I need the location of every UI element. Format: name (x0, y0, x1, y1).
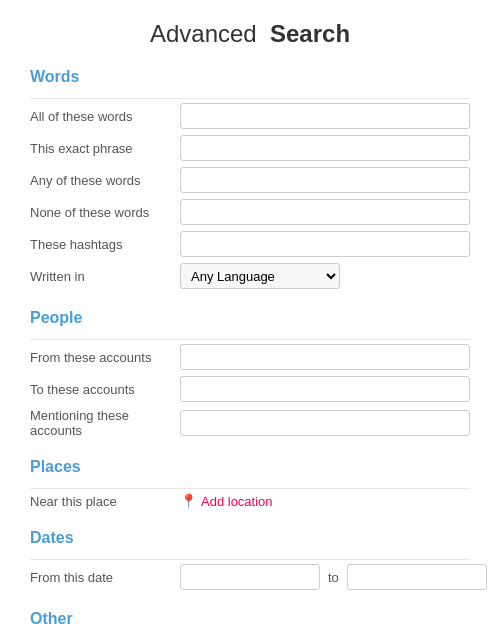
hashtags-input[interactable] (180, 231, 470, 257)
from-accounts-label: From these accounts (30, 350, 180, 365)
date-to-label: to (328, 570, 339, 585)
near-place-row: Near this place 📍 Add location (30, 493, 470, 509)
words-divider (30, 98, 470, 99)
from-date-label: From this date (30, 570, 180, 585)
all-words-input[interactable] (180, 103, 470, 129)
hashtags-row: These hashtags (30, 231, 470, 257)
places-divider (30, 488, 470, 489)
to-accounts-input[interactable] (180, 376, 470, 402)
words-section-title: Words (30, 68, 470, 88)
to-accounts-row: To these accounts (30, 376, 470, 402)
exact-phrase-label: This exact phrase (30, 141, 180, 156)
none-words-input[interactable] (180, 199, 470, 225)
exact-phrase-row: This exact phrase (30, 135, 470, 161)
from-accounts-input[interactable] (180, 344, 470, 370)
to-date-input[interactable] (347, 564, 487, 590)
dates-section-title: Dates (30, 529, 470, 549)
mentioning-accounts-label: Mentioning these accounts (30, 408, 180, 438)
all-words-label: All of these words (30, 109, 180, 124)
any-words-row: Any of these words (30, 167, 470, 193)
written-in-label: Written in (30, 269, 180, 284)
all-words-row: All of these words (30, 103, 470, 129)
none-words-label: None of these words (30, 205, 180, 220)
to-accounts-label: To these accounts (30, 382, 180, 397)
near-place-label: Near this place (30, 494, 180, 509)
page-title: Advanced Search (30, 20, 470, 48)
written-in-row: Written in Any Language English Spanish … (30, 263, 470, 289)
people-divider (30, 339, 470, 340)
location-pin-icon: 📍 (180, 493, 197, 509)
none-words-row: None of these words (30, 199, 470, 225)
places-section-title: Places (30, 458, 470, 478)
add-location-text: Add location (201, 494, 273, 509)
from-date-input[interactable] (180, 564, 320, 590)
exact-phrase-input[interactable] (180, 135, 470, 161)
other-section-title: Other (30, 610, 470, 624)
from-date-row: From this date to (30, 564, 470, 590)
date-range: to (180, 564, 487, 590)
language-select[interactable]: Any Language English Spanish French Germ… (180, 263, 340, 289)
add-location-button[interactable]: 📍 Add location (180, 493, 273, 509)
mentioning-accounts-row: Mentioning these accounts (30, 408, 470, 438)
mentioning-accounts-input[interactable] (180, 410, 470, 436)
dates-divider (30, 559, 470, 560)
hashtags-label: These hashtags (30, 237, 180, 252)
any-words-input[interactable] (180, 167, 470, 193)
people-section-title: People (30, 309, 470, 329)
any-words-label: Any of these words (30, 173, 180, 188)
from-accounts-row: From these accounts (30, 344, 470, 370)
